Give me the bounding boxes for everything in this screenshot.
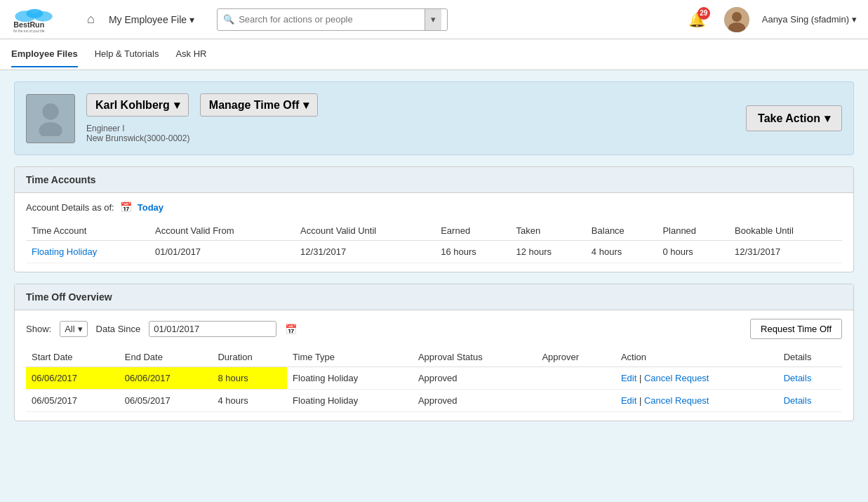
time-accounts-section: Time Accounts Account Details as of: 📅 T… [14,166,854,272]
calendar-button[interactable]: 📅 [285,324,297,335]
action-cell: Edit | Cancel Request [615,367,778,390]
notification-area[interactable]: 🔔 29 [688,11,706,28]
col-duration: Duration [212,348,287,367]
taken-hours: 12 hours [511,241,586,263]
col-approver: Approver [536,348,615,367]
account-details-row: Account Details as of: 📅 Today [26,202,842,213]
approval-status-cell: Approved [413,367,536,390]
col-time-account: Time Account [26,221,149,241]
my-employee-file-label: My Employee File [109,14,187,25]
col-taken: Taken [511,221,586,241]
table-row: 06/05/201706/05/20174 hoursFloating Holi… [26,390,842,412]
svg-point-9 [39,122,62,136]
action-separator: | [636,395,644,406]
svg-text:for the run of your life: for the run of your life [13,29,44,33]
time-accounts-body: Account Details as of: 📅 Today Time Acco… [15,193,853,272]
nav-help-tutorials[interactable]: Help & Tutorials [95,41,159,67]
request-time-off-button[interactable]: Request Time Off [750,319,842,339]
svg-point-6 [732,12,742,22]
table-row: Floating Holiday 01/01/2017 12/31/2017 1… [26,241,842,263]
show-select[interactable]: All ▾ [60,321,87,337]
earned-hours: 16 hours [435,241,510,263]
profile-header: Karl Kohlberg ▾ Manage Time Off ▾ Engine… [14,81,854,155]
logo[interactable]: BestRun for the run of your life [11,6,67,34]
col-approval-status: Approval Status [413,348,536,367]
notification-badge: 29 [697,7,710,20]
approval-status-cell: Approved [413,390,536,412]
col-bookable-until: Bookable Until [729,221,842,241]
profile-details: Engineer I New Brunswick(3000-0002) [86,124,318,143]
search-icon: 🔍 [223,14,234,25]
end-date-cell: 06/06/2017 [119,367,213,390]
col-time-type: Time Type [287,348,413,367]
name-dropdown-icon: ▾ [174,98,180,112]
manage-dropdown-icon: ▾ [303,98,309,112]
search-bar[interactable]: 🔍 ▾ [217,8,448,31]
time-off-header-row: Start Date End Date Duration Time Type A… [26,348,842,367]
take-action-button[interactable]: Take Action ▾ [746,105,842,131]
col-balance: Balance [586,221,657,241]
start-date-cell: 06/06/2017 [26,367,119,390]
user-name[interactable]: Aanya Sing (sfadmin) ▾ [762,14,857,25]
time-accounts-header: Time Accounts [15,167,853,193]
second-nav: Employee Files Help & Tutorials Ask HR [0,39,868,70]
overview-controls: Show: All ▾ Data Since 📅 Request Time Of… [26,319,842,339]
col-end-date: End Date [119,348,213,367]
col-planned: Planned [657,221,729,241]
search-input[interactable] [239,14,425,25]
bookable-until-date: 12/31/2017 [729,241,842,263]
take-action-area: Take Action ▾ [746,105,842,131]
time-off-table: Start Date End Date Duration Time Type A… [26,348,842,412]
table-header-row: Time Account Account Valid From Account … [26,221,842,241]
planned-hours: 0 hours [657,241,729,263]
duration-cell: 4 hours [212,390,287,412]
home-icon[interactable]: ⌂ [87,12,95,27]
end-date-cell: 06/05/2017 [119,390,213,412]
col-start-date: Start Date [26,348,119,367]
data-since-label: Data Since [96,324,141,334]
calendar-icon: 📅 [120,202,132,213]
action-separator: | [636,373,644,383]
nav-employee-files[interactable]: Employee Files [11,41,78,67]
details-link[interactable]: Details [784,395,812,406]
time-type-cell: Floating Holiday [287,367,413,390]
time-accounts-table: Time Account Account Valid From Account … [26,221,842,263]
col-earned: Earned [435,221,510,241]
employee-name-button[interactable]: Karl Kohlberg ▾ [86,93,189,117]
my-employee-file-dropdown-icon: ▾ [189,14,194,25]
svg-point-2 [34,11,53,22]
employee-location: New Brunswick(3000-0002) [86,133,318,143]
user-dropdown-icon: ▾ [852,14,857,25]
user-avatar [724,7,749,32]
my-employee-file-menu[interactable]: My Employee File ▾ [109,14,194,25]
valid-until-date: 12/31/2017 [295,241,435,263]
svg-point-8 [42,103,58,119]
search-dropdown-button[interactable]: ▾ [425,9,441,30]
data-since-input[interactable] [149,321,276,337]
take-action-dropdown-icon: ▾ [824,112,830,125]
today-link[interactable]: Today [138,202,163,213]
time-off-overview-header: Time Off Overview [15,284,853,310]
time-off-overview-body: Show: All ▾ Data Since 📅 Request Time Of… [15,310,853,421]
show-label: Show: [26,324,51,334]
top-nav: BestRun for the run of your life ⌂ My Em… [0,0,868,39]
nav-ask-hr[interactable]: Ask HR [175,41,206,67]
employee-title: Engineer I [86,124,318,133]
manage-time-off-button[interactable]: Manage Time Off ▾ [200,93,319,117]
profile-info: Karl Kohlberg ▾ Manage Time Off ▾ Engine… [86,93,318,143]
time-type-cell: Floating Holiday [287,390,413,412]
col-action: Action [615,348,778,367]
balance-hours: 4 hours [586,241,657,263]
action-cell: Edit | Cancel Request [615,390,778,412]
col-valid-from: Account Valid From [149,221,295,241]
time-account-name[interactable]: Floating Holiday [26,241,149,263]
edit-link[interactable]: Edit [621,395,636,406]
duration-cell: 8 hours [212,367,287,390]
cancel-request-link[interactable]: Cancel Request [644,373,709,383]
main-content: Karl Kohlberg ▾ Manage Time Off ▾ Engine… [0,70,868,444]
details-link[interactable]: Details [784,373,812,383]
cancel-request-link[interactable]: Cancel Request [644,395,709,406]
employee-avatar [26,94,75,143]
details-cell: Details [778,367,842,390]
edit-link[interactable]: Edit [621,373,636,383]
